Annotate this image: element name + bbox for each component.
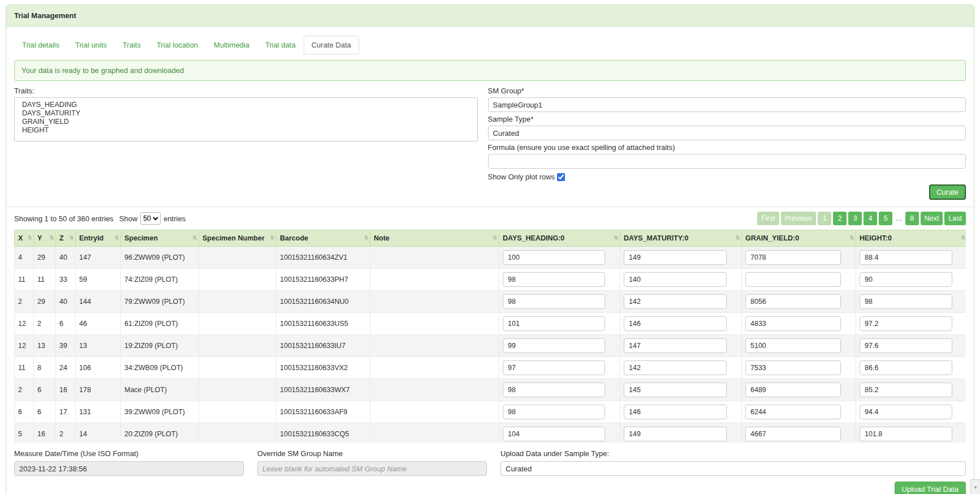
trait-value-input[interactable] bbox=[860, 294, 952, 309]
column-header[interactable]: Y⇅ bbox=[34, 230, 56, 247]
show-only-plot-rows-checkbox[interactable] bbox=[557, 173, 565, 181]
trait-value-input[interactable] bbox=[624, 316, 727, 331]
trait-option[interactable]: DAYS_HEADING bbox=[15, 101, 477, 109]
trait-value-input[interactable] bbox=[624, 294, 727, 309]
trait-option[interactable]: DAYS_MATURITY bbox=[15, 109, 477, 118]
column-header[interactable]: EntryId⇅ bbox=[76, 230, 121, 247]
tab-trial-details[interactable]: Trial details bbox=[14, 36, 67, 54]
trait-value-input[interactable] bbox=[860, 427, 952, 441]
pagination-button-next[interactable]: Next bbox=[921, 212, 943, 225]
trait-value-input[interactable] bbox=[745, 383, 841, 397]
page-title: Trial Management bbox=[6, 5, 974, 27]
data-cell: 10015321160633CQ5 bbox=[277, 423, 370, 443]
trait-value-input[interactable] bbox=[624, 272, 727, 287]
scrollbar-arrow[interactable]: ▲ bbox=[970, 479, 980, 494]
data-cell bbox=[199, 291, 277, 313]
trait-value-input[interactable] bbox=[624, 427, 727, 441]
trait-value-input[interactable] bbox=[503, 427, 605, 441]
column-header[interactable]: X⇅ bbox=[15, 230, 34, 247]
column-header[interactable]: Note⇅ bbox=[370, 230, 499, 247]
trait-value-input[interactable] bbox=[624, 405, 727, 419]
table-row: 51621420:ZIZ09 (PLOT)10015321160633CQ5 bbox=[15, 423, 966, 443]
data-cell: 59 bbox=[76, 269, 121, 291]
traits-listbox[interactable]: DAYS_HEADINGDAYS_MATURITYGRAIN_YIELDHEIG… bbox=[14, 97, 478, 141]
trait-value-input[interactable] bbox=[503, 250, 605, 265]
data-cell: 79:ZWW09 (PLOT) bbox=[121, 291, 199, 313]
table-row: 661713139:ZWW09 (PLOT)10015321160633AF9 bbox=[15, 401, 966, 423]
tab-multimedia[interactable]: Multimedia bbox=[206, 36, 257, 54]
trait-value-input[interactable] bbox=[503, 405, 605, 419]
trait-value-input[interactable] bbox=[624, 360, 727, 375]
override-sm-group-input[interactable] bbox=[257, 461, 487, 476]
pagination-button-1[interactable]: 1 bbox=[818, 212, 831, 225]
data-cell: 2 bbox=[15, 379, 34, 401]
pagination-button-last[interactable]: Last bbox=[944, 212, 966, 225]
trait-value-input[interactable] bbox=[745, 338, 841, 353]
trait-value-cell bbox=[856, 291, 966, 313]
trait-value-input[interactable] bbox=[624, 338, 727, 353]
trait-option[interactable]: HEIGHT bbox=[15, 126, 477, 135]
measure-date-input[interactable] bbox=[14, 461, 244, 476]
sample-type-input[interactable] bbox=[488, 126, 966, 140]
pagination-button-4[interactable]: 4 bbox=[864, 212, 877, 225]
sort-icon: ⇅ bbox=[735, 235, 740, 240]
column-header[interactable]: DAYS_HEADING:0⇅ bbox=[499, 230, 620, 247]
column-header[interactable]: GRAIN_YIELD:0⇅ bbox=[742, 230, 856, 247]
column-header[interactable]: Specimen⇅ bbox=[121, 230, 199, 247]
tab-trial-location[interactable]: Trial location bbox=[149, 36, 206, 54]
trait-option[interactable]: GRAIN_YIELD bbox=[15, 118, 477, 126]
trait-value-input[interactable] bbox=[860, 405, 952, 419]
trait-value-input[interactable] bbox=[503, 338, 605, 353]
trait-value-input[interactable] bbox=[860, 383, 952, 397]
override-sm-group-field: Override SM Group Name bbox=[257, 449, 487, 476]
trait-value-input[interactable] bbox=[745, 405, 841, 419]
pagination-button-first[interactable]: First bbox=[757, 212, 779, 225]
pagination-button-5[interactable]: 5 bbox=[879, 212, 892, 225]
tab-traits[interactable]: Traits bbox=[115, 36, 149, 54]
trait-value-input[interactable] bbox=[503, 316, 605, 331]
trait-value-input[interactable] bbox=[860, 360, 952, 375]
trait-value-input[interactable] bbox=[745, 316, 841, 331]
pagination-button-previous[interactable]: Previous bbox=[781, 212, 817, 225]
trait-value-input[interactable] bbox=[745, 427, 841, 441]
sm-group-input[interactable] bbox=[488, 97, 966, 112]
trait-value-input[interactable] bbox=[503, 272, 605, 287]
upload-trial-data-button[interactable]: Upload Trial Data bbox=[895, 482, 966, 494]
trait-value-cell bbox=[742, 401, 856, 423]
pagination-button-3[interactable]: 3 bbox=[848, 212, 862, 225]
column-header[interactable]: Barcode⇅ bbox=[277, 230, 370, 247]
column-header[interactable]: Z⇅ bbox=[56, 230, 76, 247]
trait-value-input[interactable] bbox=[745, 294, 841, 309]
trait-value-input[interactable] bbox=[860, 316, 952, 331]
trait-value-input[interactable] bbox=[745, 272, 841, 287]
curate-button[interactable]: Curate bbox=[929, 184, 966, 200]
trait-value-input[interactable] bbox=[860, 338, 952, 353]
pagination-button-8[interactable]: 8 bbox=[905, 212, 919, 225]
trait-value-input[interactable] bbox=[745, 250, 841, 265]
trait-value-input[interactable] bbox=[624, 383, 727, 397]
column-header[interactable]: HEIGHT:0⇅ bbox=[856, 230, 966, 247]
data-cell bbox=[199, 313, 277, 335]
trait-value-cell bbox=[620, 313, 742, 335]
page-size-select[interactable]: 50 bbox=[140, 212, 161, 225]
data-cell bbox=[370, 291, 499, 313]
formula-input[interactable] bbox=[488, 154, 966, 169]
data-cell: 12 bbox=[15, 313, 34, 335]
data-cell: 106 bbox=[76, 357, 121, 379]
column-header[interactable]: Specimen Number⇅ bbox=[199, 230, 277, 247]
trait-value-input[interactable] bbox=[503, 383, 605, 397]
trait-value-input[interactable] bbox=[503, 360, 605, 375]
data-cell: 10015321160633AF9 bbox=[277, 401, 370, 423]
trait-value-input[interactable] bbox=[860, 250, 952, 265]
column-header[interactable]: DAYS_MATURITY:0⇅ bbox=[620, 230, 742, 247]
trait-value-input[interactable] bbox=[503, 294, 605, 309]
trait-value-cell bbox=[742, 247, 856, 269]
tab-curate-data[interactable]: Curate Data bbox=[304, 36, 359, 54]
trait-value-input[interactable] bbox=[860, 272, 952, 287]
tab-trial-units[interactable]: Trial units bbox=[67, 36, 115, 54]
trait-value-input[interactable] bbox=[624, 250, 727, 265]
upload-sample-type-input[interactable] bbox=[500, 461, 966, 476]
pagination-button-2[interactable]: 2 bbox=[833, 212, 847, 225]
tab-trial-data[interactable]: Trial data bbox=[257, 36, 304, 54]
trait-value-input[interactable] bbox=[745, 360, 841, 375]
